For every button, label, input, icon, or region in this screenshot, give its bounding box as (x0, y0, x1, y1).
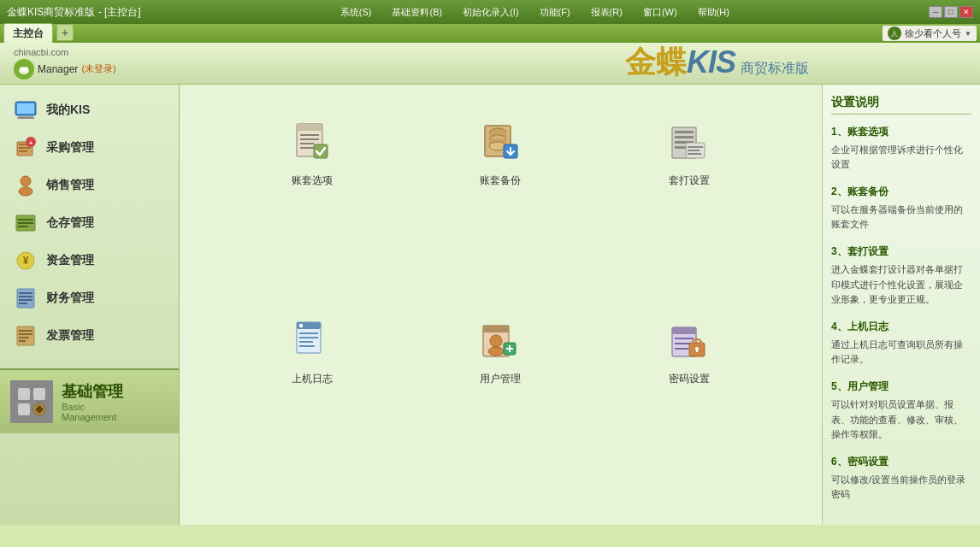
icons-grid: 账套选项 (180, 85, 822, 525)
basic-management-en2: Management (62, 412, 123, 422)
right-section-4: 4、上机日志 通过上机日志可查询职员所有操作记录。 (831, 320, 971, 368)
header-user-name: Manager (38, 63, 78, 75)
right-section-title-4: 4、上机日志 (831, 320, 971, 334)
tab-main[interactable]: 主控台 (3, 23, 53, 44)
svg-rect-21 (17, 289, 34, 308)
main-area: chinacbi.com Manager (未登录) 金 蝶 (0, 43, 980, 525)
sidebar-item-mykis[interactable]: 我的KIS (0, 91, 179, 129)
capital-icon: ¥ (14, 249, 38, 273)
account-backup-icon (476, 119, 524, 167)
svg-rect-58 (688, 146, 703, 148)
svg-rect-17 (18, 222, 33, 224)
svg-rect-5 (17, 117, 34, 119)
sidebar-item-invoice[interactable]: 发票管理 (0, 317, 179, 355)
right-section-title-6: 6、密码设置 (831, 455, 971, 469)
user-name: 徐少看个人号 (905, 27, 961, 40)
icon-item-account-options[interactable]: 账套选项 (231, 119, 393, 292)
maximize-button[interactable]: □ (944, 6, 958, 18)
menu-report[interactable]: 报表(R) (586, 6, 628, 19)
menu-bar: 主控台 + 人 徐少看个人号 ▼ (0, 24, 980, 43)
header-left: chinacbi.com Manager (未登录) (14, 47, 116, 79)
menu-function[interactable]: 功能(F) (534, 6, 576, 19)
icon-item-print-settings[interactable]: 套打设置 (608, 119, 770, 292)
svg-rect-59 (688, 150, 700, 151)
right-section-text-3: 进入金蝶套打设计器对各单据打印模式进行个性化设置，展现企业形象，更专业更正规。 (831, 262, 971, 308)
header-logo: 金 蝶 KIS 商贸标准版 (625, 42, 809, 84)
icon-item-account-backup[interactable]: 账套备份 (419, 119, 582, 292)
right-section-5: 5、用户管理 可以针对对职员设置单据、报表、功能的查看、修改、审核、操作等权限。 (831, 379, 971, 443)
sidebar-label-invoice: 发票管理 (46, 328, 94, 344)
svg-rect-68 (299, 345, 315, 347)
sidebar-label-sales: 销售管理 (46, 178, 94, 193)
purchase-icon: + (14, 136, 38, 160)
right-section-text-5: 可以针对对职员设置单据、报表、功能的查看、修改、审核、操作等权限。 (831, 397, 971, 443)
right-section-text-4: 通过上机日志可查询职员所有操作记录。 (831, 338, 971, 368)
print-settings-icon (665, 119, 713, 167)
sidebar-footer-basic-management[interactable]: 基础管理 Basic Management (0, 368, 179, 433)
svg-rect-29 (19, 337, 29, 338)
sidebar-item-sales[interactable]: 销售管理 (0, 167, 179, 204)
accounting-icon (14, 286, 38, 310)
svg-rect-70 (483, 326, 509, 332)
svg-rect-32 (18, 388, 30, 400)
invoice-icon (14, 324, 38, 348)
close-button[interactable]: ✕ (959, 6, 973, 18)
svg-point-13 (21, 176, 31, 186)
menu-base[interactable]: 基础资料(B) (387, 6, 447, 19)
sidebar-label-mykis: 我的KIS (46, 103, 90, 118)
svg-rect-27 (19, 330, 32, 332)
right-section-title-2: 2、账套备份 (831, 185, 971, 199)
svg-text:A: A (300, 324, 303, 328)
tab-add-button[interactable]: + (56, 24, 74, 41)
sidebar-item-purchase[interactable]: + 采购管理 (0, 129, 179, 167)
right-section-title-3: 3、套打设置 (831, 244, 971, 259)
svg-rect-9 (19, 147, 31, 149)
tab-bar: 主控台 + (3, 23, 74, 44)
svg-rect-28 (19, 333, 32, 335)
right-section-title-5: 5、用户管理 (831, 379, 971, 394)
right-section-1: 1、账套选项 企业可根据管理诉求进行个性化设置 (831, 125, 971, 173)
svg-rect-78 (675, 338, 694, 339)
svg-rect-43 (300, 147, 316, 149)
logo-kis: KIS (687, 44, 735, 80)
icon-item-password-settings[interactable]: 密码设置 (608, 317, 770, 491)
svg-rect-54 (675, 136, 694, 138)
menu-system[interactable]: 系统(S) (335, 6, 377, 19)
password-settings-icon (665, 317, 713, 365)
right-section-title-1: 1、账套选项 (831, 125, 971, 139)
sidebar-item-accounting[interactable]: 财务管理 (0, 279, 179, 317)
header-user: Manager (未登录) (14, 59, 116, 79)
svg-rect-30 (19, 340, 26, 342)
user-badge[interactable]: 人 徐少看个人号 ▼ (883, 26, 977, 41)
svg-point-72 (488, 347, 504, 356)
user-management-label: 用户管理 (480, 372, 521, 386)
icon-item-login-log[interactable]: A 上机日志 (231, 317, 393, 491)
content-wrapper: chinacbi.com Manager (未登录) 金 蝶 (0, 43, 980, 525)
inventory-icon (14, 211, 38, 235)
svg-rect-6 (17, 103, 34, 114)
sidebar-label-purchase: 采购管理 (46, 140, 94, 156)
icon-item-user-management[interactable]: 用户管理 (419, 317, 582, 491)
svg-rect-60 (688, 153, 701, 155)
svg-rect-37 (36, 408, 43, 411)
svg-rect-10 (19, 150, 27, 152)
user-management-icon (476, 317, 524, 365)
sidebar: 我的KIS + 采购管理 (0, 85, 180, 525)
svg-rect-40 (300, 134, 319, 136)
account-options-icon (288, 119, 336, 167)
svg-rect-84 (696, 349, 698, 352)
sidebar-item-finance[interactable]: ¥ 资金管理 (0, 242, 179, 279)
svg-rect-65 (299, 332, 318, 334)
svg-rect-80 (675, 348, 688, 350)
svg-rect-34 (18, 403, 30, 415)
svg-rect-26 (17, 326, 34, 345)
account-options-label: 账套选项 (292, 174, 333, 188)
basic-management-en1: Basic (62, 402, 123, 412)
password-settings-label: 密码设置 (669, 372, 710, 386)
minimize-button[interactable]: ─ (929, 6, 942, 18)
menu-help[interactable]: 帮助(H) (693, 6, 735, 19)
svg-rect-67 (299, 341, 313, 343)
sidebar-item-inventory[interactable]: 仓存管理 (0, 204, 179, 242)
menu-window[interactable]: 窗口(W) (638, 6, 682, 19)
menu-init[interactable]: 初始化录入(I) (458, 6, 523, 19)
